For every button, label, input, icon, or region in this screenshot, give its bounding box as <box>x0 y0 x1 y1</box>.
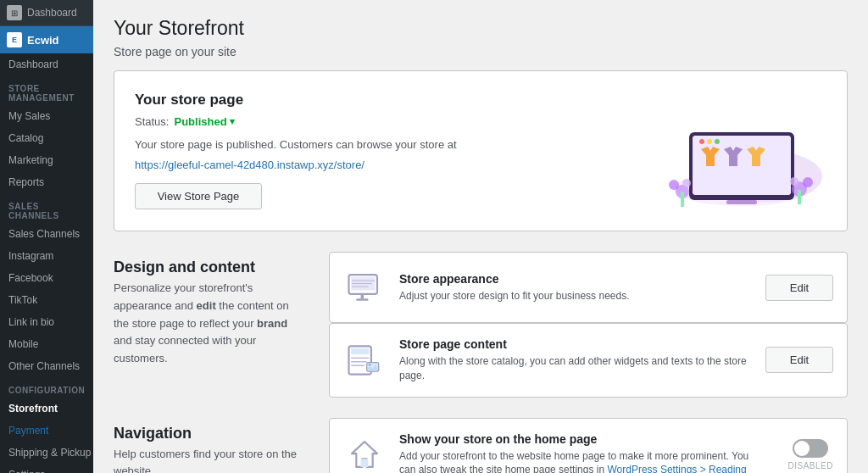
svg-rect-17 <box>798 190 801 204</box>
sidebar-section-configuration: CONFIGURATION <box>0 377 93 398</box>
sidebar-dashboard-label: Dashboard <box>27 7 77 19</box>
navigation-right: Show your store on the home page Add you… <box>329 418 848 473</box>
home-page-toggle[interactable] <box>793 439 828 458</box>
svg-rect-33 <box>361 459 369 468</box>
show-home-page-text: Show your store on the home page Add you… <box>399 432 761 473</box>
svg-point-11 <box>669 180 679 190</box>
sidebar-item-shipping-pickup[interactable]: Shipping & Pickup <box>0 442 93 464</box>
design-title: Design and content <box>114 259 309 276</box>
store-page-content-desc: Along with the store catalog, you can ad… <box>399 354 752 383</box>
ecwid-icon: E <box>7 32 22 47</box>
status-row: Status: Published <box>135 115 640 128</box>
show-home-page-desc: Add your storefront to the website home … <box>399 449 761 473</box>
store-appearance-edit-button[interactable]: Edit <box>765 275 833 301</box>
show-home-page-title: Show your store on the home page <box>399 432 761 446</box>
svg-point-16 <box>790 177 798 186</box>
design-desc: Personalize your storefront's appearance… <box>114 280 300 368</box>
sidebar-section-sales-channels: SALES CHANNELS <box>0 193 93 223</box>
toggle-label: DISABLED <box>788 461 833 470</box>
svg-point-12 <box>682 179 691 187</box>
main-content: Your Storefront Store page on your site … <box>93 0 868 473</box>
store-page-content-edit-button[interactable]: Edit <box>765 347 833 373</box>
sidebar-item-tiktok[interactable]: TikTok <box>0 289 93 311</box>
svg-rect-24 <box>356 298 368 301</box>
design-left: Design and content Personalize your stor… <box>114 252 309 398</box>
store-page-content-title: Store page content <box>399 337 752 351</box>
dashboard-icon: ⊞ <box>7 5 22 20</box>
store-appearance-text: Store appearance Adjust your store desig… <box>399 272 752 303</box>
sidebar-item-dashboard[interactable]: Dashboard <box>0 53 93 75</box>
sidebar-item-instagram[interactable]: Instagram <box>0 245 93 267</box>
svg-point-9 <box>715 139 720 144</box>
design-section: Design and content Personalize your stor… <box>114 252 848 398</box>
status-label: Status: <box>135 115 169 128</box>
svg-point-8 <box>707 139 712 144</box>
navigation-desc: Help customers find your store on the we… <box>114 446 300 473</box>
store-page-content-icon <box>343 339 386 381</box>
navigation-title: Navigation <box>114 425 309 442</box>
sidebar-item-payment[interactable]: Payment <box>0 420 93 442</box>
sidebar-dashboard-top[interactable]: ⊞ Dashboard <box>0 0 93 26</box>
sidebar-item-other-channels[interactable]: Other Channels <box>0 355 93 377</box>
store-appearance-title: Store appearance <box>399 272 752 286</box>
sidebar-ecwid-item[interactable]: E Ecwid <box>0 26 93 53</box>
view-store-button[interactable]: View Store Page <box>135 183 262 209</box>
svg-point-15 <box>803 177 813 187</box>
store-appearance-icon <box>343 266 386 309</box>
store-illustration <box>657 92 826 210</box>
sidebar-item-sales-channels[interactable]: Sales Channels <box>0 223 93 245</box>
store-url-link[interactable]: https://gleeful-camel-42d480.instawp.xyz… <box>135 159 640 171</box>
sidebar-item-catalog[interactable]: Catalog <box>0 127 93 149</box>
status-badge[interactable]: Published <box>174 115 234 128</box>
page-title: Your Storefront <box>114 17 848 40</box>
sidebar-item-reports[interactable]: Reports <box>0 171 93 193</box>
navigation-left: Navigation Help customers find your stor… <box>114 418 309 473</box>
svg-point-31 <box>368 363 371 366</box>
sidebar: ⊞ Dashboard E Ecwid Dashboard STORE MANA… <box>0 0 93 473</box>
store-appearance-desc: Adjust your store design to fit your bus… <box>399 289 752 303</box>
store-description: Your store page is published. Customers … <box>135 136 640 153</box>
store-page-title: Your store page <box>135 92 640 109</box>
sidebar-item-link-in-bio[interactable]: Link in bio <box>0 311 93 333</box>
sidebar-ecwid-label: Ecwid <box>27 34 59 47</box>
svg-rect-3 <box>726 200 757 204</box>
sidebar-item-storefront[interactable]: Storefront <box>0 398 93 420</box>
show-home-page-card: Show your store on the home page Add you… <box>329 418 848 473</box>
toggle-container: DISABLED <box>788 439 833 470</box>
store-page-content-text: Store page content Along with the store … <box>399 337 752 383</box>
navigation-section: Navigation Help customers find your stor… <box>114 418 848 473</box>
sidebar-item-facebook[interactable]: Facebook <box>0 267 93 289</box>
svg-point-7 <box>699 139 704 144</box>
toggle-thumb <box>794 441 810 456</box>
sidebar-section-store-management: STORE MANAGEMENT <box>0 75 93 105</box>
store-page-content-card: Store page content Along with the store … <box>329 323 848 398</box>
store-page-info: Your store page Status: Published Your s… <box>135 92 640 209</box>
svg-rect-23 <box>361 294 364 298</box>
svg-rect-13 <box>681 192 684 207</box>
page-subtitle: Store page on your site <box>114 45 848 58</box>
svg-rect-26 <box>351 348 369 354</box>
sidebar-item-my-sales[interactable]: My Sales <box>0 105 93 127</box>
wordpress-settings-link[interactable]: WordPress Settings > Reading <box>607 464 746 473</box>
show-home-page-icon <box>343 433 386 473</box>
sidebar-item-marketing[interactable]: Marketing <box>0 149 93 171</box>
sidebar-item-mobile[interactable]: Mobile <box>0 333 93 355</box>
store-page-card: Your store page Status: Published Your s… <box>114 70 848 231</box>
design-right: Store appearance Adjust your store desig… <box>329 252 848 398</box>
store-appearance-card: Store appearance Adjust your store desig… <box>329 252 848 323</box>
sidebar-item-settings[interactable]: Settings <box>0 464 93 473</box>
